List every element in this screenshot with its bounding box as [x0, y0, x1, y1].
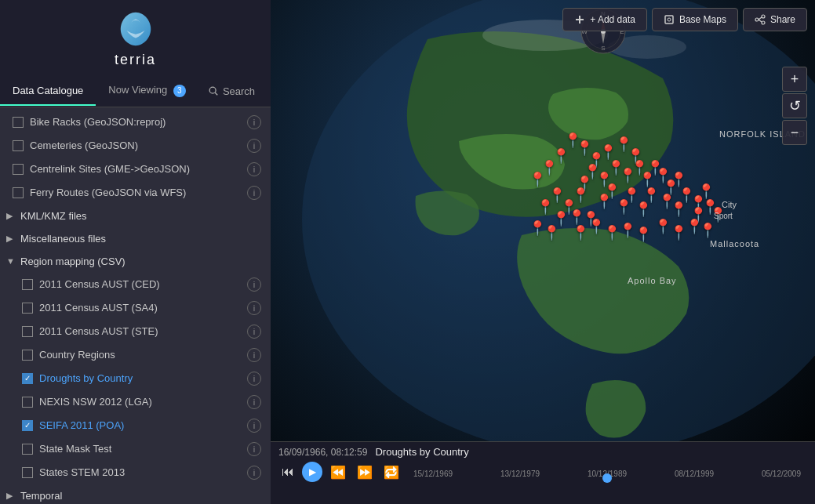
checkbox-droughts[interactable] [22, 373, 33, 384]
svg-rect-16 [665, 16, 673, 24]
group-label: Miscellaneous files [20, 233, 106, 245]
map-marker: 📍 [670, 171, 687, 188]
checkbox-country-regions[interactable] [22, 350, 33, 361]
group-label: Temporal [20, 490, 62, 502]
timeline-play-button[interactable]: ▶ [302, 462, 322, 482]
list-item[interactable]: Cemeteries (GeoJSON) i [0, 134, 271, 158]
info-button[interactable]: i [247, 372, 261, 386]
checkbox-states-stem[interactable] [22, 467, 33, 478]
info-button[interactable]: i [247, 162, 261, 176]
timeline-loop-button[interactable]: 🔁 [380, 463, 402, 481]
share-button[interactable]: Share [743, 8, 807, 31]
timeline-layer-name: Droughts by Country [375, 446, 807, 458]
svg-line-1 [215, 92, 217, 95]
list-item[interactable]: Bike Racks (GeoJSON:reproj) i [0, 111, 271, 134]
checkbox-cemeteries[interactable] [13, 140, 24, 151]
info-button[interactable]: i [247, 301, 261, 315]
item-label: Droughts by Country [39, 372, 241, 384]
info-button[interactable]: i [247, 348, 261, 362]
svg-point-0 [209, 87, 216, 93]
info-button[interactable]: i [247, 186, 261, 200]
info-button[interactable]: i [247, 466, 261, 480]
chevron-right-icon: ▶ [6, 211, 16, 221]
svg-point-17 [668, 18, 671, 21]
timeline-step-back-button[interactable]: ⏪ [327, 463, 349, 481]
timeline-controls: ⏮ ▶ ⏪ ⏩ 🔁 15/12/1969 13/12/1979 10/12/19… [271, 462, 815, 488]
timeline-step-forward-button[interactable]: ⏩ [354, 463, 376, 481]
add-data-button[interactable]: + Add data [562, 8, 647, 31]
info-button[interactable]: i [247, 277, 261, 292]
checkbox-census-ste[interactable] [22, 326, 33, 337]
info-button[interactable]: i [247, 115, 261, 129]
map-marker: 📍 [619, 222, 636, 239]
sport-label: Sport [714, 212, 733, 220]
map-marker: 📍 [635, 226, 652, 243]
zoom-controls: + ↺ − [782, 67, 807, 145]
app-name: terria [115, 52, 156, 68]
map-marker: 📍 [576, 140, 593, 157]
timeline-thumb[interactable] [602, 473, 612, 483]
list-item[interactable]: Ferry Routes (GeoJSON via WFS) i [0, 181, 271, 205]
item-label: NEXIS NSW 2012 (LGA) [39, 396, 241, 408]
terria-logo-icon [112, 9, 159, 49]
list-item[interactable]: Country Regions i [0, 343, 271, 367]
checkbox-state-mask[interactable] [22, 444, 33, 455]
map-marker: 📍 [699, 222, 716, 239]
list-item-droughts[interactable]: Droughts by Country i [0, 367, 271, 390]
group-misc[interactable]: ▶ Miscellaneous files [0, 227, 271, 250]
sidebar-collapse-button[interactable]: ◀ [264, 77, 271, 105]
tab-search[interactable]: Search [198, 78, 264, 105]
checkbox-centrelink[interactable] [13, 164, 24, 175]
list-item[interactable]: 2011 Census AUST (STE) i [0, 320, 271, 343]
info-button[interactable]: i [247, 395, 261, 409]
timeline-skip-start-button[interactable]: ⏮ [278, 463, 297, 480]
group-temporal[interactable]: ▶ Temporal [0, 484, 271, 505]
map-marker: 📍 [670, 224, 687, 241]
list-item-seifa[interactable]: SEIFA 2011 (POA) i [0, 414, 271, 437]
group-kml-kmz[interactable]: ▶ KML/KMZ files [0, 205, 271, 227]
info-button[interactable]: i [247, 442, 261, 456]
map-icon [664, 14, 675, 25]
item-label: Cemeteries (GeoJSON) [30, 140, 241, 151]
info-button[interactable]: i [247, 419, 261, 433]
info-button[interactable]: i [247, 325, 261, 339]
plus-icon [574, 14, 585, 25]
checkbox-bike-racks[interactable] [13, 117, 24, 128]
map-marker: 📍 [572, 224, 589, 241]
svg-line-21 [759, 17, 762, 20]
list-item[interactable]: 2011 Census AUST (SA4) i [0, 296, 271, 320]
info-button[interactable]: i [247, 139, 261, 153]
item-label: Ferry Routes (GeoJSON via WFS) [30, 187, 241, 198]
zoom-reset-button[interactable]: ↺ [782, 93, 807, 118]
svg-point-19 [762, 21, 765, 24]
zoom-in-button[interactable]: + [782, 67, 807, 92]
checkbox-nexis-nsw[interactable] [22, 397, 33, 408]
checkbox-ferry-routes[interactable] [13, 187, 24, 198]
map-marker: 📍 [537, 198, 554, 216]
list-item[interactable]: 2011 Census AUST (CED) i [0, 273, 271, 296]
zoom-out-button[interactable]: − [782, 120, 807, 145]
checkbox-census-sa4[interactable] [22, 303, 33, 314]
list-item[interactable]: State Mask Test i [0, 437, 271, 461]
checkbox-census-ced[interactable] [22, 279, 33, 290]
tab-data-catalogue[interactable]: Data Catalogue [0, 77, 96, 106]
group-region-mapping[interactable]: ▼ Region mapping (CSV) [0, 250, 271, 273]
group-label: KML/KMZ files [20, 210, 87, 222]
item-label: SEIFA 2011 (POA) [39, 419, 241, 431]
list-item[interactable]: NEXIS NSW 2012 (LGA) i [0, 390, 271, 414]
base-maps-button[interactable]: Base Maps [652, 8, 738, 31]
map-marker: 📍 [635, 201, 652, 218]
svg-text:S: S [601, 45, 605, 52]
map-area: 📍 📍 📍 📍 📍 📍 📍 📍 📍 📍 📍 📍 📍 📍 📍 📍 📍 📍 📍 📍 … [271, 0, 815, 504]
tab-now-viewing[interactable]: Now Viewing 3 [96, 76, 198, 107]
map-marker: 📍 [603, 224, 620, 241]
timeline-date: 16/09/1966, 08:12:59 [278, 447, 367, 458]
timeline-panel: 16/09/1966, 08:12:59 Droughts by Country… [271, 441, 815, 504]
chevron-down-icon: ▼ [6, 256, 16, 266]
item-label: 2011 Census AUST (SA4) [39, 302, 241, 314]
list-item[interactable]: Centrelink Sites (GME->GeoJSON) i [0, 158, 271, 181]
timeline-scrubber[interactable]: 15/12/1969 13/12/1979 10/12/1989 08/12/1… [413, 466, 801, 478]
list-item[interactable]: States STEM 2013 i [0, 461, 271, 484]
checkbox-seifa[interactable] [22, 420, 33, 431]
tab-bar: Data Catalogue Now Viewing 3 Search ◀ [0, 76, 271, 107]
